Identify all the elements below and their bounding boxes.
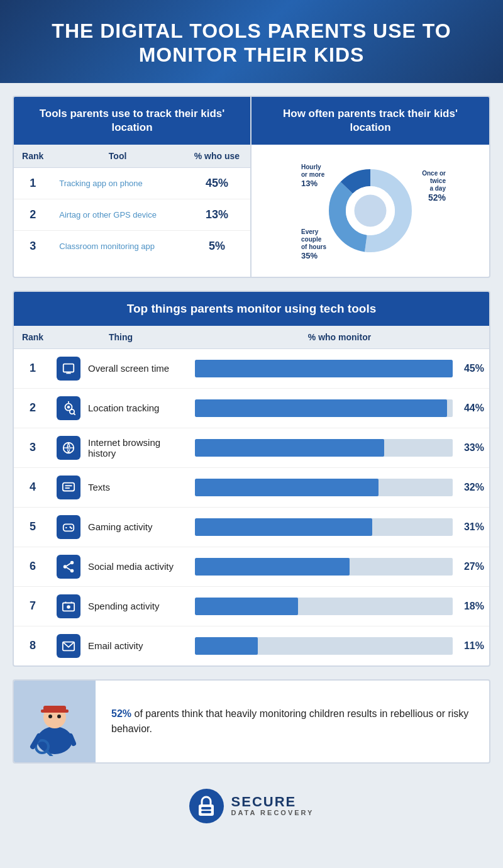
table-row: 5 Gaming activity 31% — [14, 507, 489, 547]
thing-name: Overall screen time — [88, 363, 169, 374]
location-grid: Tools parents use to track their kids' l… — [14, 97, 489, 277]
bar-percent: 11% — [459, 640, 484, 652]
mon-rank: 4 — [14, 467, 52, 507]
mon-rank: 3 — [14, 428, 52, 467]
thing-icon — [57, 634, 80, 658]
mon-thing: Email activity — [52, 626, 190, 665]
mon-bar: 31% — [190, 507, 489, 547]
logo-tagline: DATA RECOVERY — [231, 809, 314, 816]
bar-percent: 27% — [459, 561, 484, 572]
thing-icon — [57, 396, 80, 420]
table-row: 3 ↺ Internet browsing history 33% — [14, 428, 489, 467]
mon-thing: ↺ Internet browsing history — [52, 428, 190, 467]
thing-name: Gaming activity — [88, 521, 153, 532]
logo-brand: SECURE — [231, 795, 314, 809]
tool-rank: 3 — [14, 230, 52, 262]
svg-rect-20 — [64, 524, 74, 531]
detective-svg — [26, 687, 83, 756]
bar-fill — [195, 360, 453, 377]
label-once: Once ortwicea day52% — [422, 170, 446, 203]
thing-icon — [57, 515, 80, 539]
bar-percent: 31% — [459, 521, 484, 533]
mon-bar: 45% — [190, 348, 489, 388]
tools-row: 1 Tracking app on phone 45% — [14, 167, 250, 199]
thing-name: Internet browsing history — [88, 437, 185, 459]
detective-icon — [14, 681, 96, 762]
page-title: THE DIGITAL TOOLS PARENTS USE TO MONITOR… — [25, 19, 478, 67]
bar-percent: 45% — [459, 363, 484, 374]
bar-track — [195, 598, 453, 615]
bar-track — [195, 518, 453, 536]
monitoring-table: Rank Thing % who monitor 1 Overall scree… — [14, 326, 489, 665]
logo-text: SECURE DATA RECOVERY — [231, 795, 314, 816]
donut-wrapper: Hourlyor more13% Everycoupleof hours35% … — [307, 157, 433, 264]
table-row: 6 Social media activity 27% — [14, 547, 489, 586]
bar-track — [195, 479, 453, 496]
tools-row: 2 Airtag or other GPS device 13% — [14, 199, 250, 230]
donut-chart — [323, 164, 417, 258]
bar-track — [195, 360, 453, 377]
logo-icon — [189, 789, 224, 823]
col-percent: % who use — [184, 145, 250, 168]
tools-table: Rank Tool % who use 1 Tracking app on ph… — [14, 145, 250, 262]
bar-fill — [195, 439, 384, 457]
bar-track — [195, 637, 453, 655]
svg-point-39 — [48, 715, 52, 718]
mon-rank: 5 — [14, 507, 52, 547]
label-couple: Everycoupleof hours35% — [301, 228, 326, 261]
tool-name: Classroom monitoring app — [52, 230, 184, 262]
svg-rect-5 — [64, 364, 74, 372]
mon-thing: Location tracking — [52, 388, 190, 428]
bar-fill — [195, 558, 350, 576]
svg-rect-38 — [41, 709, 69, 713]
bar-track — [195, 399, 453, 417]
bar-percent: 18% — [459, 601, 484, 612]
monitoring-header: Top things parents monitor using tech to… — [14, 292, 489, 326]
thing-icon — [57, 357, 80, 381]
mon-bar: 27% — [190, 547, 489, 586]
svg-point-11 — [70, 409, 74, 414]
table-row: 1 Overall screen time 45% — [14, 348, 489, 388]
tracking-header: How often parents track their kids' loca… — [252, 97, 489, 145]
label-hourly: Hourlyor more13% — [301, 164, 324, 189]
bar-track — [195, 439, 453, 457]
bar-fill — [195, 637, 258, 655]
tools-header: Tools parents use to track their kids' l… — [14, 97, 250, 145]
svg-line-44 — [70, 736, 74, 743]
table-row: 4 Texts 32% — [14, 467, 489, 507]
mon-col-rank: Rank — [14, 326, 52, 349]
tool-name: Airtag or other GPS device — [52, 199, 184, 230]
bar-percent: 33% — [459, 442, 484, 453]
mon-bar: 32% — [190, 467, 489, 507]
svg-point-24 — [70, 527, 72, 529]
tool-name: Tracking app on phone — [52, 167, 184, 199]
mon-thing: Spending activity — [52, 586, 190, 626]
bar-percent: 32% — [459, 482, 484, 493]
thing-icon — [57, 594, 80, 618]
main-content: Tools parents use to track their kids' l… — [0, 83, 503, 849]
mon-rank: 1 — [14, 348, 52, 388]
svg-point-40 — [57, 715, 61, 718]
bar-fill — [195, 399, 447, 417]
note-text: 52% of parents think that heavily monito… — [96, 694, 489, 749]
svg-point-31 — [67, 605, 70, 609]
mon-thing: Texts — [52, 467, 190, 507]
table-row: 2 Location tracking 44% — [14, 388, 489, 428]
thing-name: Texts — [88, 482, 110, 492]
mon-rank: 2 — [14, 388, 52, 428]
svg-line-28 — [67, 564, 70, 566]
tool-percent: 5% — [184, 230, 250, 262]
location-section: Tools parents use to track their kids' l… — [13, 96, 490, 278]
footer: SECURE DATA RECOVERY — [13, 776, 490, 836]
table-row: 7 Spending activity 18% — [14, 586, 489, 626]
svg-line-43 — [33, 736, 39, 747]
svg-point-9 — [67, 406, 70, 409]
bar-fill — [195, 598, 298, 615]
page-header: THE DIGITAL TOOLS PARENTS USE TO MONITOR… — [0, 0, 503, 83]
mon-col-thing: Thing — [52, 326, 190, 349]
tool-percent: 13% — [184, 199, 250, 230]
mon-bar: 18% — [190, 586, 489, 626]
tracking-frequency: How often parents track their kids' loca… — [252, 97, 489, 277]
svg-text:↺: ↺ — [67, 446, 70, 452]
table-row: 8 Email activity 11% — [14, 626, 489, 665]
